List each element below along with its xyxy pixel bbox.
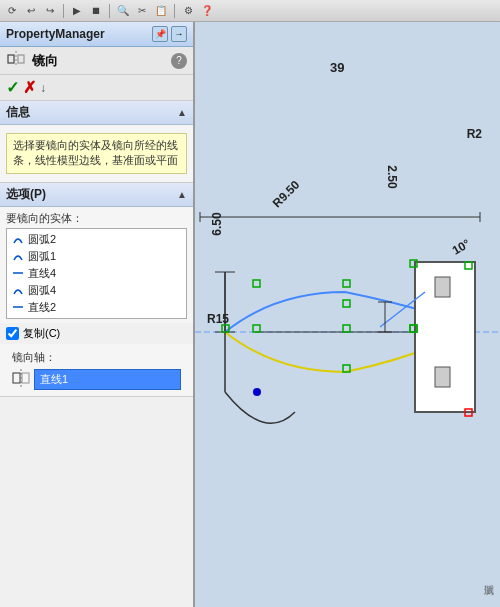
selection-arrow-icon: ▲ (177, 189, 187, 200)
entities-list[interactable]: 圆弧2 圆弧1 直线4 (6, 228, 187, 319)
cancel-button[interactable]: ✗ (23, 78, 36, 97)
toolbar-icon-help[interactable]: ❓ (199, 3, 215, 19)
more-button[interactable]: ↓ (40, 81, 46, 95)
top-toolbar: ⟳ ↩ ↪ ▶ ⏹ 🔍 ✂ 📋 ⚙ ❓ (0, 0, 500, 22)
svg-rect-5 (13, 373, 20, 383)
toolbar-icon-1[interactable]: ⟳ (4, 3, 20, 19)
property-manager-panel: PropertyManager 📌 → 镜向 ? ✓ ✗ ↓ (0, 22, 195, 607)
technical-drawing (195, 22, 500, 607)
canvas-area[interactable]: 39 R2 R9.50 2.50 6.50 10° R15 测试版 (195, 22, 500, 607)
list-item[interactable]: 圆弧1 (9, 248, 184, 265)
copy-checkbox[interactable] (6, 327, 19, 340)
axis-label: 镜向轴： (6, 348, 187, 367)
pm-arrow-btn[interactable]: → (171, 26, 187, 42)
dim-r2: R2 (467, 127, 482, 141)
mirror-icon (6, 51, 26, 70)
selection-section-body: 要镜向的实体： 圆弧2 圆弧1 (0, 207, 193, 323)
ok-button[interactable]: ✓ (6, 78, 19, 97)
feature-help-btn[interactable]: ? (171, 53, 187, 69)
selection-section-header[interactable]: 选项(P) ▲ (0, 183, 193, 207)
toolbar-icon-4[interactable]: ▶ (69, 3, 85, 19)
axis-section-body: 镜向轴： 直线1 (0, 344, 193, 396)
toolbar-icon-cut[interactable]: ✂ (134, 3, 150, 19)
toolbar-icon-gear[interactable]: ⚙ (180, 3, 196, 19)
entity-name-1: 圆弧2 (28, 232, 56, 247)
list-item[interactable]: 圆弧4 (9, 282, 184, 299)
arc-icon-2 (12, 250, 24, 262)
toolbar-icon-3[interactable]: ↪ (42, 3, 58, 19)
action-row: ✓ ✗ ↓ (0, 75, 193, 101)
copy-checkbox-row: 复制(C) (0, 323, 193, 344)
info-section-header[interactable]: 信息 ▲ (0, 101, 193, 125)
entities-label: 要镜向的实体： (6, 211, 187, 226)
axis-icon (12, 369, 30, 390)
dim-6-50: 6.50 (210, 212, 224, 235)
info-text: 选择要镜向的实体及镜向所经的线条，线性模型边线，基准面或平面 (6, 133, 187, 174)
info-arrow-icon: ▲ (177, 107, 187, 118)
list-item[interactable]: 直线4 (9, 265, 184, 282)
separator (63, 4, 64, 18)
pm-pin-btn[interactable]: 📌 (152, 26, 168, 42)
toolbar-icon-search[interactable]: 🔍 (115, 3, 131, 19)
pm-header: PropertyManager 📌 → (0, 22, 193, 47)
entity-name-4: 圆弧4 (28, 283, 56, 298)
toolbar-icon-5[interactable]: ⏹ (88, 3, 104, 19)
main-layout: PropertyManager 📌 → 镜向 ? ✓ ✗ ↓ (0, 22, 500, 607)
toolbar-icon-2[interactable]: ↩ (23, 3, 39, 19)
info-section: 信息 ▲ 选择要镜向的实体及镜向所经的线条，线性模型边线，基准面或平面 (0, 101, 193, 183)
line-icon-2 (12, 301, 24, 313)
list-item[interactable]: 圆弧2 (9, 231, 184, 248)
dim-2-50: 2.50 (385, 165, 399, 188)
info-section-title: 信息 (6, 104, 177, 121)
svg-point-37 (253, 388, 261, 396)
feature-title-row: 镜向 ? (0, 47, 193, 75)
selection-section: 选项(P) ▲ 要镜向的实体： 圆弧2 圆弧 (0, 183, 193, 397)
pm-title: PropertyManager (6, 27, 105, 41)
info-section-body: 选择要镜向的实体及镜向所经的线条，线性模型边线，基准面或平面 (0, 125, 193, 182)
arc-icon-3 (12, 284, 24, 296)
list-item[interactable]: 直线2 (9, 299, 184, 316)
svg-rect-2 (18, 55, 24, 63)
dim-r15: R15 (207, 312, 229, 326)
pm-header-icons: 📌 → (152, 26, 187, 42)
svg-rect-7 (22, 373, 29, 383)
axis-input-row: 直线1 (6, 367, 187, 392)
svg-rect-17 (435, 367, 450, 387)
entity-name-2: 圆弧1 (28, 249, 56, 264)
line-icon-1 (12, 267, 24, 279)
separator2 (109, 4, 110, 18)
entity-name-3: 直线4 (28, 266, 56, 281)
feature-title: 镜向 (32, 52, 165, 70)
arc-icon-1 (12, 233, 24, 245)
separator3 (174, 4, 175, 18)
axis-input[interactable]: 直线1 (34, 369, 181, 390)
entity-name-5: 直线2 (28, 300, 56, 315)
copy-label[interactable]: 复制(C) (23, 326, 60, 341)
dim-39: 39 (330, 60, 344, 75)
svg-rect-16 (435, 277, 450, 297)
selection-section-title: 选项(P) (6, 186, 177, 203)
toolbar-icon-copy[interactable]: 📋 (153, 3, 169, 19)
svg-rect-0 (8, 55, 14, 63)
